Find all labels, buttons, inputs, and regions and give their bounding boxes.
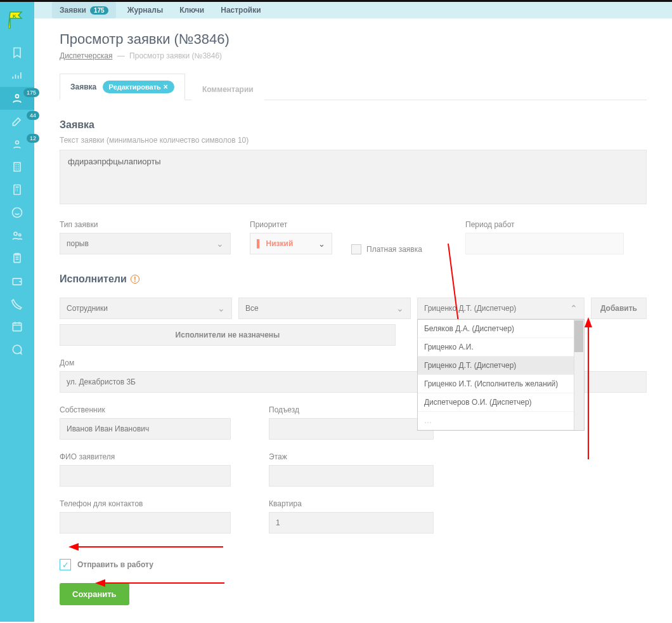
section-executors: Исполнители ! [60, 273, 647, 285]
phone-input[interactable] [60, 512, 231, 534]
svg-rect-3 [14, 162, 20, 171]
phone-label: Телефон для контактов [60, 499, 231, 508]
flat-input[interactable]: 1 [269, 512, 434, 534]
page-title: Просмотр заявки (№3846) [60, 31, 647, 48]
chevron-down-icon: ⌄ [216, 239, 224, 249]
fio-input[interactable] [60, 465, 231, 487]
tab-comments[interactable]: Комментарии [191, 78, 264, 100]
nav-requests[interactable]: Заявки 175 [52, 2, 116, 18]
exec-employee-select[interactable]: Гриценко Д.Т. (Диспетчер)⌃ [417, 298, 585, 319]
employee-dropdown: Беляков Д.А. (Диспетчер) Гриценко А.И. Г… [417, 319, 585, 431]
send-to-work-checkbox[interactable]: ✓ [60, 559, 71, 570]
svg-rect-10 [13, 323, 21, 331]
side-nav-dispatch[interactable]: 175 [0, 87, 34, 110]
dd-item[interactable]: Гриценко Д.Т. (Диспетчер) [418, 357, 584, 375]
breadcrumb: Диспетчерская — Просмотр заявки (№3846) [60, 51, 647, 60]
chevron-down-icon: ⌄ [318, 239, 325, 249]
sidebar: K 175 44 12 [0, 2, 34, 622]
flat-label: Квартира [269, 499, 434, 508]
type-select[interactable]: порыв ⌄ [60, 233, 231, 254]
no-executors-row: Исполнители не назначены [60, 324, 396, 346]
svg-point-6 [14, 232, 17, 235]
svg-text:K: K [13, 13, 16, 19]
crumb-current: Просмотр заявки (№3846) [129, 51, 222, 60]
scrollbar[interactable] [574, 320, 584, 430]
chevron-down-icon: ⌄ [396, 303, 404, 313]
floor-label: Этаж [269, 452, 434, 461]
dd-item[interactable]: Беляков Д.А. (Диспетчер) [418, 320, 584, 338]
dd-item[interactable]: Гриценко И.Т. (Исполнитель желаний) [418, 375, 584, 393]
period-input[interactable] [465, 233, 624, 254]
request-hint: Текст заявки (минимальное количество сим… [60, 136, 647, 145]
exec-filter-1[interactable]: Сотрудники⌄ [60, 298, 232, 319]
app-logo: K [8, 11, 26, 29]
nav-keys[interactable]: Ключи [174, 2, 209, 18]
chevron-up-icon: ⌃ [570, 303, 578, 313]
annotation-arrow-3 [68, 541, 226, 553]
side-nav-user[interactable]: 12 [0, 133, 34, 155]
tab-request[interactable]: Заявка Редактировать× [60, 74, 185, 100]
entrance-input[interactable] [269, 418, 434, 440]
owner-input[interactable]: Иванов Иван Иванович [60, 418, 231, 440]
crumb-dispatch[interactable]: Диспетчерская [60, 51, 112, 60]
type-label: Тип заявки [60, 220, 231, 229]
send-to-work-label: Отправить в работу [77, 560, 153, 569]
entrance-label: Подъезд [269, 405, 434, 414]
side-nav-chat[interactable] [0, 338, 34, 361]
request-text-input[interactable] [60, 150, 647, 204]
priority-select[interactable]: ▌Низкий ⌄ [250, 233, 332, 254]
exec-filter-2[interactable]: Все⌄ [238, 298, 411, 319]
add-executor-button[interactable]: Добавить [591, 298, 647, 319]
section-request: Заявка [60, 119, 647, 131]
close-icon[interactable]: × [164, 82, 168, 91]
nav-requests-label: Заявки [60, 6, 86, 15]
svg-point-2 [16, 141, 19, 144]
side-nav-building[interactable] [0, 155, 34, 178]
svg-point-7 [19, 234, 21, 236]
fio-label: ФИО заявителя [60, 452, 231, 461]
chevron-down-icon: ⌄ [217, 303, 225, 313]
side-nav-smile[interactable] [0, 201, 34, 224]
side-nav-stats[interactable] [0, 64, 34, 87]
tabs: Заявка Редактировать× Комментарии [60, 73, 647, 100]
side-nav-clipboard[interactable] [0, 247, 34, 270]
priority-label: Приоритет [250, 220, 332, 229]
nav-settings[interactable]: Настройки [216, 2, 266, 18]
floor-input[interactable] [269, 465, 434, 487]
side-nav-wallet[interactable] [0, 270, 34, 292]
owner-label: Собственник [60, 405, 231, 414]
side-nav-calendar[interactable] [0, 315, 34, 338]
nav-journals[interactable]: Журналы [122, 2, 168, 18]
paid-checkbox[interactable] [351, 244, 361, 254]
svg-point-5 [13, 208, 22, 218]
side-nav-phone[interactable] [0, 292, 34, 315]
side-nav-team[interactable] [0, 224, 34, 247]
info-icon: ! [131, 275, 139, 284]
dd-item[interactable]: Гриценко А.И. [418, 338, 584, 357]
paid-label: Платная заявка [366, 245, 422, 254]
svg-point-1 [16, 95, 19, 98]
period-label: Период работ [465, 220, 624, 229]
side-nav-calc[interactable] [0, 178, 34, 201]
save-button[interactable]: Сохранить [60, 583, 129, 605]
edit-pill[interactable]: Редактировать× [103, 81, 174, 93]
dd-item-more[interactable]: … [418, 412, 584, 430]
side-nav-bookmark[interactable] [0, 41, 34, 64]
side-nav-edit[interactable]: 44 [0, 110, 34, 133]
nav-requests-badge: 175 [90, 6, 108, 15]
dd-item[interactable]: Диспетчеров О.И. (Диспетчер) [418, 393, 584, 412]
top-nav: Заявки 175 Журналы Ключи Настройки [34, 2, 672, 18]
